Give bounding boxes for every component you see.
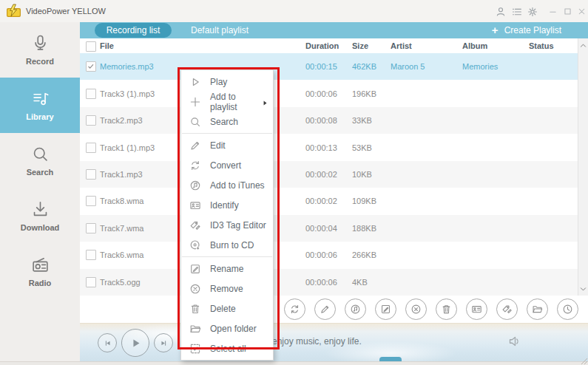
cell-duration: 00:00:15 — [305, 62, 337, 71]
rename-button[interactable] — [375, 299, 396, 320]
cell-size: 4KB — [352, 278, 368, 287]
window-bottom-edge — [0, 361, 588, 365]
sidebar-item-search[interactable]: Search — [0, 133, 80, 188]
sidebar-item-download[interactable]: Download — [0, 188, 80, 244]
create-playlist-button[interactable]: + Create Playlist — [492, 22, 561, 38]
table-row[interactable]: Track7.wma00:00:04188KB — [80, 215, 578, 242]
row-checkbox[interactable] — [86, 196, 96, 206]
remove-icon — [189, 283, 201, 295]
table-row[interactable]: Track1 (1).mp300:00:1353KB — [80, 134, 578, 160]
menu-item-convert[interactable]: Convert — [181, 155, 273, 175]
row-checkbox[interactable] — [86, 89, 96, 99]
row-checkbox[interactable] — [86, 223, 96, 233]
play-button[interactable] — [121, 329, 149, 357]
file-list: Memories.mp300:00:15462KBMaroon 5Memorie… — [80, 53, 578, 296]
remove-icon — [410, 304, 422, 315]
user-icon[interactable] — [494, 5, 507, 18]
menu-item-id3-tag-editor[interactable]: ID3 Tag Editor — [181, 215, 273, 235]
titlebar: VideoPower YELLOW — [0, 0, 588, 23]
sidebar-item-label: Search — [27, 168, 54, 177]
menu-item-identify[interactable]: Identify — [181, 195, 273, 215]
cell-duration: 00:00:06 — [305, 278, 337, 287]
menu-item-add-to-playlist[interactable]: Add to playlist — [181, 92, 273, 112]
row-checkbox[interactable] — [86, 61, 96, 72]
rename-icon — [380, 304, 391, 315]
cell-size: 188KB — [352, 224, 376, 233]
open-folder-button[interactable] — [527, 299, 548, 320]
row-checkbox[interactable] — [86, 250, 96, 260]
table-row[interactable]: Memories.mp300:00:15462KBMaroon 5Memorie… — [80, 53, 578, 80]
cell-size: 33KB — [352, 116, 372, 125]
cell-size: 462KB — [352, 62, 376, 71]
row-checkbox[interactable] — [86, 115, 96, 126]
maximize-button[interactable] — [561, 5, 574, 18]
tab-default-playlist[interactable]: Default playlist — [191, 22, 249, 38]
app-logo-icon — [6, 4, 21, 18]
menu-item-remove[interactable]: Remove — [181, 279, 273, 299]
menu-item-burn-to-cd[interactable]: Burn to CD — [181, 235, 273, 255]
cell-duration: 00:00:13 — [305, 143, 337, 152]
trash-icon — [441, 304, 452, 315]
menu-item-rename[interactable]: Rename — [181, 259, 273, 279]
column-header-duration: Duration — [305, 38, 339, 53]
menu-item-label: Play — [210, 77, 227, 87]
sidebar-item-record[interactable]: Record — [0, 22, 80, 78]
remove-button[interactable] — [405, 299, 427, 320]
plus-icon — [189, 96, 201, 108]
convert-button[interactable] — [284, 299, 305, 320]
resize-grip-icon[interactable] — [581, 358, 587, 364]
app-window: VideoPower YELLOW RecordLibrarySearchDow… — [0, 0, 588, 365]
cell-file: Track7.wma — [100, 224, 144, 233]
cell-file: Track1 (1).mp3 — [100, 143, 155, 152]
menu-item-edit[interactable]: Edit — [181, 135, 273, 155]
row-checkbox[interactable] — [86, 169, 96, 180]
previous-button[interactable] — [98, 333, 117, 352]
tag-editor-icon — [189, 219, 201, 231]
select-all-checkbox[interactable] — [86, 41, 96, 52]
table-row[interactable]: Track6.wma00:00:06266KB — [80, 242, 578, 268]
menu-item-label: Burn to CD — [210, 240, 254, 250]
table-row[interactable]: Track2.mp300:00:0833KB — [80, 107, 578, 134]
sidebar-item-library[interactable]: Library — [0, 78, 80, 133]
main-panel: Recording list Default playlist + Create… — [80, 22, 588, 361]
history-button[interactable] — [557, 299, 578, 320]
row-checkbox[interactable] — [86, 277, 96, 287]
close-button[interactable] — [575, 5, 588, 18]
scroll-up-arrow-icon[interactable] — [578, 41, 587, 50]
row-checkbox[interactable] — [86, 143, 96, 153]
tag-editor-icon — [501, 304, 513, 315]
volume-icon[interactable] — [507, 334, 522, 349]
menu-item-play[interactable]: Play — [181, 72, 273, 92]
menu-item-delete[interactable]: Delete — [181, 299, 273, 318]
table-row[interactable]: Track1.mp300:00:0210KB — [80, 161, 578, 188]
scrollbar[interactable] — [578, 38, 588, 296]
column-header-file: File — [100, 38, 114, 53]
menu-item-add-to-itunes[interactable]: Add to iTunes — [181, 175, 273, 195]
menu-item-select-all[interactable]: Select all — [181, 338, 273, 358]
table-row[interactable]: Track3 (1).mp300:00:06196KB — [80, 80, 578, 106]
next-button[interactable] — [154, 333, 173, 352]
trash-icon — [189, 303, 201, 315]
menu-item-label: Add to playlist — [210, 92, 253, 112]
sidebar-item-radio[interactable]: Radio — [0, 244, 80, 299]
id3-tag-editor-button[interactable] — [496, 299, 518, 320]
table-row[interactable]: Track8.wma00:00:02109KB — [80, 188, 578, 214]
play-filled-icon — [129, 336, 143, 350]
add-to-itunes-button[interactable] — [345, 299, 366, 320]
slogan-text: enjoy music, enjoy life. — [272, 336, 362, 347]
scroll-down-arrow-icon[interactable] — [578, 284, 587, 293]
cell-artist: Maroon 5 — [391, 62, 425, 71]
edit-button[interactable] — [314, 299, 336, 320]
sidebar-item-label: Library — [26, 112, 53, 121]
identify-button[interactable] — [466, 299, 487, 320]
menu-item-search[interactable]: Search — [181, 112, 273, 132]
cell-size: 10KB — [352, 170, 372, 179]
clock-icon — [562, 304, 573, 315]
menu-item-open-folder[interactable]: Open folder — [181, 318, 273, 338]
settings-icon[interactable] — [526, 5, 538, 18]
playlist-menu-icon[interactable] — [510, 5, 523, 18]
delete-button[interactable] — [436, 299, 457, 320]
table-row[interactable]: Track5.ogg00:00:064KB — [80, 269, 578, 296]
tab-recording-list[interactable]: Recording list — [95, 23, 172, 38]
minimize-button[interactable] — [547, 5, 559, 18]
